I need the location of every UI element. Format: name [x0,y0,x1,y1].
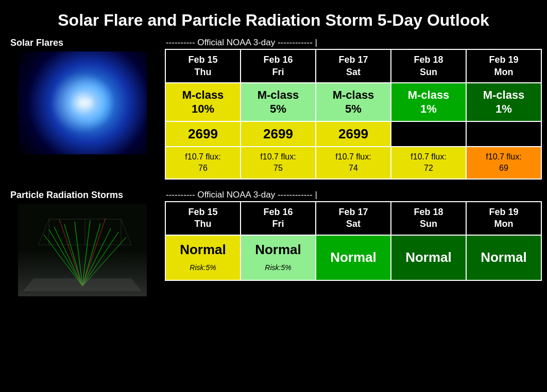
particle-left-panel: Particle Radiation Storms [5,190,160,307]
particle-table: Feb 15Thu Feb 16Fri Feb 17Sat Feb 18Sun … [165,201,542,281]
particle-col-3: Feb 17Sat [316,202,391,235]
normal-cell-2: NormalRisk:5% [241,235,316,280]
solar-section: Solar Flares ---------- Official NOAA 3-… [5,38,542,179]
solar-col-4: Feb 18Sun [391,49,466,83]
region-cell-3: 2699 [316,121,391,147]
flux-cell-2: f10.7 flux:75 [241,147,316,179]
particle-header-row: Feb 15Thu Feb 16Fri Feb 17Sat Feb 18Sun … [165,202,541,235]
mclass-cell-2: M-class5% [241,83,316,121]
particle-col-2: Feb 16Fri [241,202,316,235]
particle-col-5: Feb 19Mon [466,202,541,235]
mclass-cell-3: M-class5% [316,83,391,121]
particle-right-panel: ---------- Official NOAA 3-day ---------… [160,190,542,281]
mclass-cell-4: M-class1% [391,83,466,121]
solar-col-3: Feb 17Sat [316,49,391,83]
particle-col-1: Feb 15Thu [165,202,241,235]
particle-storm-image [18,204,147,307]
region-cell-4 [391,121,466,147]
particle-storm-visual [18,204,147,296]
solar-flare-visual [18,51,147,154]
svg-rect-0 [18,204,147,296]
risk-text-2: Risk:5% [265,263,291,272]
mclass-cell-1: M-class10% [165,83,241,121]
region-row: 2699 2699 2699 [165,121,541,147]
solar-col-1: Feb 15Thu [165,49,241,83]
solar-col-5: Feb 19Mon [466,49,541,83]
flux-cell-1: f10.7 flux:76 [165,147,241,179]
region-cell-2: 2699 [241,121,316,147]
normal-row: NormalRisk:5% NormalRisk:5% Normal Norma… [165,235,541,280]
solar-table: Feb 15Thu Feb 16Fri Feb 17Sat Feb 18Sun … [165,49,542,179]
normal-cell-1: NormalRisk:5% [165,235,241,280]
solar-col-2: Feb 16Fri [241,49,316,83]
page-title: Solar Flare and Particle Radiation Storm… [5,5,542,38]
solar-header-row: Feb 15Thu Feb 16Fri Feb 17Sat Feb 18Sun … [165,49,541,83]
flux-cell-4: f10.7 flux:72 [391,147,466,179]
solar-noaa-label: ---------- Official NOAA 3-day ---------… [165,38,542,48]
mclass-row: M-class10% M-class5% M-class5% M-class1%… [165,83,541,121]
particle-section-title: Particle Radiation Storms [5,190,123,201]
svg-marker-21 [23,278,142,291]
flux-cell-5: f10.7 flux:69 [466,147,541,179]
particle-noaa-label: ---------- Official NOAA 3-day ---------… [165,190,542,200]
region-cell-1: 2699 [165,121,241,147]
flux-cell-3: f10.7 flux:74 [316,147,391,179]
solar-section-title: Solar Flares [5,38,63,48]
normal-cell-4: Normal [391,235,466,280]
particle-section: Particle Radiation Storms [5,190,542,307]
solar-right-panel: ---------- Official NOAA 3-day ---------… [160,38,542,179]
region-cell-5 [466,121,541,147]
normal-cell-3: Normal [316,235,391,280]
particle-col-4: Feb 18Sun [391,202,466,235]
risk-text-1: Risk:5% [190,263,216,272]
particle-svg [18,204,147,296]
main-layout: Solar Flares ---------- Official NOAA 3-… [5,38,542,316]
solar-left-panel: Solar Flares [5,38,160,154]
solar-flare-image [18,51,147,154]
normal-cell-5: Normal [466,235,541,280]
flux-row: f10.7 flux:76 f10.7 flux:75 f10.7 flux:7… [165,147,541,179]
mclass-cell-5: M-class1% [466,83,541,121]
